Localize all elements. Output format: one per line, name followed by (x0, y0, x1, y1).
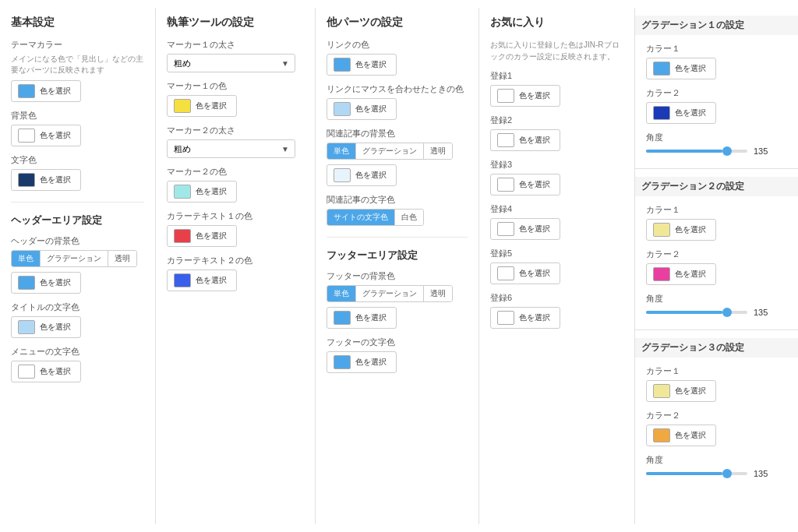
related-text-tab-site[interactable]: サイトの文字色 (327, 210, 395, 225)
grad3-color1-label: カラー１ (646, 365, 787, 377)
footer-bg-tab-gradient[interactable]: グラデーション (356, 286, 424, 301)
fav-color-btn-1[interactable]: 色を選択 (490, 85, 560, 107)
grad1-color2-swatch (653, 106, 670, 120)
link-hover-label: リンクにマウスを合わせたときの色 (327, 83, 468, 95)
col-writing-tools: 執筆ツールの設定 マーカー１の太さ 粗め 普通 細め ▼ マーカー１の色 色を選… (156, 8, 316, 524)
related-bg-label: 関連記事の背景色 (327, 128, 468, 139)
marker2-size-select-wrap: 粗め 普通 細め ▼ (167, 139, 295, 158)
footer-bg-btn-label: 色を選択 (355, 312, 387, 323)
grad1-color2-button[interactable]: 色を選択 (646, 102, 716, 124)
grad1-color2-label: カラー２ (646, 87, 787, 99)
marker1-color-button[interactable]: 色を選択 (167, 95, 237, 117)
footer-bg-tab-transparent[interactable]: 透明 (424, 286, 452, 301)
fav-item-6: 登録6 色を選択 (490, 292, 623, 329)
marker2-color-button[interactable]: 色を選択 (167, 181, 237, 203)
fav-swatch-6 (497, 311, 514, 325)
fav-label-2: 登録2 (490, 115, 623, 126)
grad1-color1-btn-label: 色を選択 (675, 63, 706, 74)
marker1-color-swatch (174, 99, 191, 113)
theme-color-btn-label: 色を選択 (40, 86, 71, 97)
footer-bg-button[interactable]: 色を選択 (327, 307, 397, 329)
link-hover-button[interactable]: 色を選択 (327, 98, 397, 120)
color-text1-button[interactable]: 色を選択 (167, 225, 237, 247)
grad3-angle-label: 角度 (646, 454, 787, 466)
grad2-title: グラデーション２の設定 (635, 177, 798, 196)
related-bg-button[interactable]: 色を選択 (327, 164, 397, 186)
fav-item-3: 登録3 色を選択 (490, 159, 623, 196)
marker2-size-select[interactable]: 粗め 普通 細め (167, 139, 295, 158)
text-color-label: 文字色 (11, 154, 144, 166)
fav-swatch-3 (497, 178, 514, 192)
header-bg-tab-group: 単色 グラデーション 透明 (11, 250, 137, 267)
grad3-color2-label: カラー２ (646, 410, 787, 421)
grad1-slider-thumb[interactable] (722, 146, 732, 156)
title-text-color-btn-label: 色を選択 (40, 322, 71, 333)
related-text-tab-white[interactable]: 白色 (395, 210, 423, 225)
footer-bg-tab-solid[interactable]: 単色 (327, 286, 356, 301)
grad2-color1-button[interactable]: 色を選択 (646, 219, 716, 241)
marker1-size-select[interactable]: 粗め 普通 細め (167, 54, 295, 72)
color-text1-btn-label: 色を選択 (196, 231, 227, 241)
marker1-color-btn-label: 色を選択 (196, 100, 227, 111)
title-text-color-button[interactable]: 色を選択 (11, 316, 81, 338)
related-bg-tab-transparent[interactable]: 透明 (424, 143, 452, 159)
color-text2-button[interactable]: 色を選択 (167, 270, 237, 291)
related-bg-tab-gradient[interactable]: グラデーション (356, 143, 424, 159)
header-bg-tab-gradient[interactable]: グラデーション (41, 251, 108, 266)
fav-color-btn-5[interactable]: 色を選択 (490, 262, 560, 284)
link-color-btn-label: 色を選択 (355, 59, 387, 70)
link-hover-swatch (334, 102, 351, 116)
grad2-color1-swatch (653, 223, 670, 237)
header-bg-label: ヘッダーの背景色 (11, 235, 144, 247)
fav-btn-label-3: 色を選択 (519, 179, 550, 190)
fav-label-1: 登録1 (490, 70, 623, 82)
fav-btn-label-6: 色を選択 (519, 312, 550, 323)
grad1-slider-fill (646, 150, 722, 153)
header-bg-tab-solid[interactable]: 単色 (12, 251, 41, 266)
marker2-color-swatch (174, 185, 191, 199)
grad3-slider-track (646, 472, 747, 475)
grad3-color2-button[interactable]: 色を選択 (646, 425, 716, 446)
grad1-slider-track (646, 150, 747, 153)
fav-swatch-4 (497, 222, 514, 236)
grad3-slider-thumb[interactable] (722, 469, 732, 478)
color-text2-label: カラーテキスト２の色 (167, 255, 304, 266)
link-hover-btn-label: 色を選択 (355, 104, 387, 115)
fav-label-4: 登録4 (490, 203, 623, 215)
grad3-color2-btn-label: 色を選択 (675, 430, 706, 441)
fav-color-btn-6[interactable]: 色を選択 (490, 307, 560, 329)
header-bg-color-button[interactable]: 色を選択 (11, 272, 81, 294)
other-parts-title: 他パーツの設定 (327, 16, 468, 30)
bg-color-button[interactable]: 色を選択 (11, 125, 81, 146)
link-color-button[interactable]: 色を選択 (327, 54, 397, 76)
text-color-button[interactable]: 色を選択 (11, 169, 81, 191)
header-bg-tab-transparent[interactable]: 透明 (108, 251, 136, 266)
related-bg-tab-solid[interactable]: 単色 (327, 143, 356, 159)
grad1-color1-button[interactable]: 色を選択 (646, 58, 716, 79)
fav-color-btn-2[interactable]: 色を選択 (490, 129, 560, 151)
grad2-angle-label: 角度 (646, 293, 787, 305)
fav-color-btn-3[interactable]: 色を選択 (490, 174, 560, 196)
fav-btn-label-5: 色を選択 (519, 268, 550, 279)
footer-text-button[interactable]: 色を選択 (327, 351, 397, 373)
grad1-angle-label: 角度 (646, 132, 787, 143)
marker1-size-label: マーカー１の太さ (167, 39, 304, 51)
fav-item-5: 登録5 色を選択 (490, 248, 623, 284)
grad3-slider-wrap: 135 (646, 469, 787, 478)
grad2-angle-value: 135 (754, 308, 775, 317)
color-text1-swatch (174, 229, 191, 243)
marker2-color-label: マーカー２の色 (167, 166, 304, 178)
fav-btn-label-1: 色を選択 (519, 90, 550, 101)
header-bg-color-swatch (18, 276, 35, 290)
theme-color-button[interactable]: 色を選択 (11, 80, 81, 102)
grad2-color2-swatch (653, 267, 670, 281)
grad3-color1-button[interactable]: 色を選択 (646, 380, 716, 402)
menu-text-color-button[interactable]: 色を選択 (11, 361, 81, 382)
fav-color-btn-4[interactable]: 色を選択 (490, 218, 560, 240)
grad2-slider-thumb[interactable] (722, 308, 732, 317)
col-other-parts: 他パーツの設定 リンクの色 色を選択 リンクにマウスを合わせたときの色 色を選択… (316, 8, 479, 524)
text-color-btn-label: 色を選択 (40, 174, 71, 185)
grad1-color1-label: カラー１ (646, 43, 787, 55)
grad3-title: グラデーション３の設定 (635, 338, 798, 358)
grad2-color2-button[interactable]: 色を選択 (646, 263, 716, 285)
